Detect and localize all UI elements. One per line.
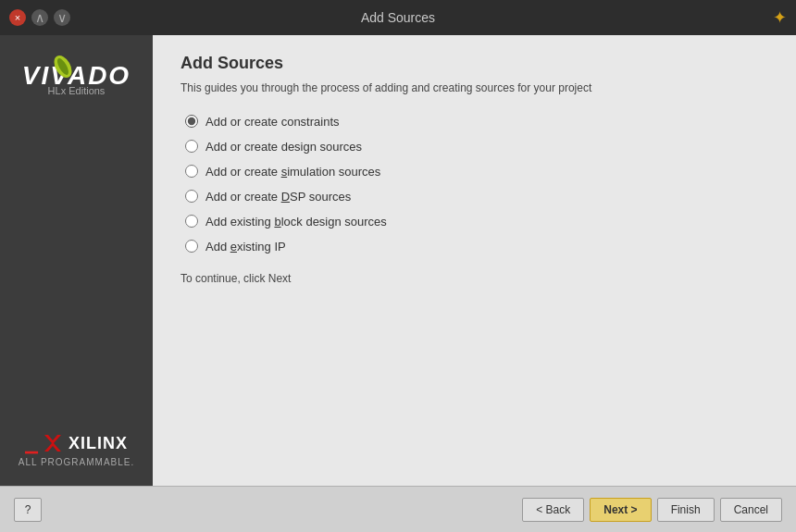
content-description: This guides you through the process of a… bbox=[180, 80, 768, 96]
xilinx-icon: ⎯ bbox=[25, 431, 37, 455]
radio-design[interactable] bbox=[185, 140, 198, 153]
minimize-button[interactable]: ∧ bbox=[31, 9, 48, 26]
title-logo-icon: ✦ bbox=[773, 7, 787, 28]
content-area: Add Sources This guides you through the … bbox=[153, 35, 796, 486]
radio-label-ip: Add existing IP bbox=[205, 240, 286, 254]
radio-item-design[interactable]: Add or create design sources bbox=[185, 140, 768, 154]
radio-label-dsp: Add or create DSP sources bbox=[205, 190, 351, 204]
radio-ip[interactable] bbox=[185, 240, 198, 253]
radio-label-simulation: Add or create simulation sources bbox=[205, 165, 380, 179]
bottom-left-controls: ? bbox=[14, 498, 42, 522]
content-wrapper: Add Sources This guides you through the … bbox=[180, 54, 768, 285]
finish-button[interactable]: Finish bbox=[657, 498, 715, 522]
xilinx-logo: ⎯ XILINX bbox=[25, 431, 128, 455]
radio-constraints[interactable] bbox=[185, 115, 198, 128]
radio-dsp[interactable] bbox=[185, 190, 198, 203]
xilinx-name: XILINX bbox=[68, 434, 128, 453]
bottom-right-controls: < Back Next > Finish Cancel bbox=[522, 498, 782, 522]
radio-label-constraints: Add or create constraints bbox=[205, 115, 340, 129]
radio-item-block[interactable]: Add existing block design sources bbox=[185, 215, 768, 229]
vivado-leaf-icon bbox=[50, 54, 76, 80]
title-bar: × ∧ ∨ Add Sources ✦ bbox=[0, 0, 796, 35]
radio-item-simulation[interactable]: Add or create simulation sources bbox=[185, 165, 768, 179]
continue-text: To continue, click Next bbox=[180, 254, 768, 285]
radio-block[interactable] bbox=[185, 215, 198, 228]
close-button[interactable]: × bbox=[9, 9, 26, 26]
radio-label-block: Add existing block design sources bbox=[205, 215, 387, 229]
content-title: Add Sources bbox=[180, 54, 768, 73]
bottom-bar: ? < Back Next > Finish Cancel bbox=[0, 486, 796, 532]
dialog-body: VIVADO HLx Editions ⎯ XILINX ALL PROGRA bbox=[0, 35, 796, 486]
back-button[interactable]: < Back bbox=[522, 498, 584, 522]
vivado-text: VIVADO bbox=[22, 61, 131, 90]
cancel-button[interactable]: Cancel bbox=[720, 498, 782, 522]
xilinx-tagline: ALL PROGRAMMABLE. bbox=[19, 457, 135, 467]
xilinx-symbol-icon bbox=[43, 433, 63, 453]
radio-item-constraints[interactable]: Add or create constraints bbox=[185, 115, 768, 129]
maximize-button[interactable]: ∨ bbox=[54, 9, 70, 26]
radio-group: Add or create constraints Add or create … bbox=[185, 115, 768, 254]
next-button[interactable]: Next > bbox=[590, 498, 651, 522]
svg-marker-2 bbox=[44, 435, 61, 452]
radio-simulation[interactable] bbox=[185, 165, 198, 178]
radio-item-ip[interactable]: Add existing IP bbox=[185, 240, 768, 254]
sidebar: VIVADO HLx Editions ⎯ XILINX ALL PROGRA bbox=[0, 35, 153, 486]
radio-label-design: Add or create design sources bbox=[205, 140, 362, 154]
window-controls: × ∧ ∨ bbox=[9, 9, 70, 26]
dialog: VIVADO HLx Editions ⎯ XILINX ALL PROGRA bbox=[0, 35, 796, 532]
window-title: Add Sources bbox=[361, 10, 435, 25]
xilinx-section: ⎯ XILINX ALL PROGRAMMABLE. bbox=[19, 431, 135, 467]
vivado-logo: VIVADO HLx Editions bbox=[22, 63, 131, 96]
radio-item-dsp[interactable]: Add or create DSP sources bbox=[185, 190, 768, 204]
help-button[interactable]: ? bbox=[14, 498, 42, 522]
